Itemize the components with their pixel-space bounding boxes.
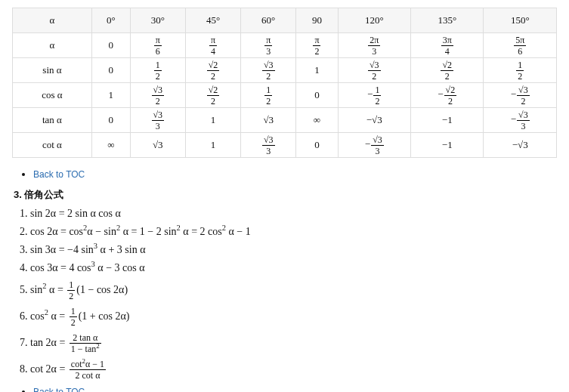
cell: 0 [91,58,130,83]
section-heading: 3. 倍角公式 [14,188,557,202]
list-item: Back to TOC [33,168,557,181]
cell: √3 [241,108,296,133]
col-header: 30° [130,8,185,33]
cell: π4 [185,33,240,58]
cell: 0 [91,108,130,133]
cell: 1 [296,58,338,83]
cell: 0 [91,33,130,58]
cell: 1 [91,83,130,108]
table-row: sin α 0 12 √22 √32 1 √32 √22 12 [13,58,557,83]
cell: 3π4 [411,33,484,58]
col-header: 150° [484,8,557,33]
cell: −√33 [484,108,557,133]
cell: −√3 [338,108,410,133]
cell: −√33 [338,133,410,158]
section-number: 3. [14,189,22,200]
formula-item: cos2 α = 12(1 + cos 2α) [30,307,557,327]
formula-item: sin2 α = 12(1 − cos 2α) [30,280,557,301]
cell: 1 [185,133,240,158]
cell: −1 [411,108,484,133]
cell: √22 [185,58,240,83]
cell: −√3 [484,133,557,158]
cell: 0 [296,133,338,158]
cell: ∞ [296,108,338,133]
cell: π2 [296,33,338,58]
col-header: 120° [338,8,410,33]
formula-item: cos 3α = 4 cos3 α − 3 cos α [30,262,557,274]
section-title: 倍角公式 [24,189,63,200]
col-header: 90 [296,8,338,33]
formula-list: sin 2α = 2 sin α cos α cos 2α = cos2α − … [30,208,557,380]
toc-list: Back to TOC [33,386,557,392]
formula-item: tan 2α = 2 tan α1 − tan2 [30,333,557,353]
col-header: α [13,8,92,33]
cell: √33 [241,133,296,158]
cell: ∞ [91,133,130,158]
cell: √32 [241,58,296,83]
trig-values-table: α 0° 30° 45° 60° 90 120° 135° 150° α 0 π… [12,8,557,158]
cell: 12 [130,58,185,83]
toc-list: Back to TOC [33,168,557,181]
cell: 12 [484,58,557,83]
cell: √3 [130,133,185,158]
row-label: cos α [13,83,92,108]
formula-item: sin 2α = 2 sin α cos α [30,208,557,220]
row-label: tan α [13,108,92,133]
cell: √33 [130,108,185,133]
cell: 2π3 [338,33,410,58]
table-row: α 0 π6 π4 π3 π2 2π3 3π4 5π6 [13,33,557,58]
table-header-row: α 0° 30° 45° 60° 90 120° 135° 150° [13,8,557,33]
formula-item: sin 3α = −4 sin3 α + 3 sin α [30,244,557,256]
cell: √22 [411,58,484,83]
cell: √32 [338,58,410,83]
cell: π3 [241,33,296,58]
cell: −√22 [411,83,484,108]
cell: 1 [185,108,240,133]
table-row: cos α 1 √32 √22 12 0 −12 −√22 −√32 [13,83,557,108]
cell: 5π6 [484,33,557,58]
row-label: cot α [13,133,92,158]
cell: √32 [130,83,185,108]
row-label: α [13,33,92,58]
cell: π6 [130,33,185,58]
cell: √22 [185,83,240,108]
col-header: 60° [241,8,296,33]
back-to-toc-link[interactable]: Back to TOC [33,387,85,392]
formula-item: cot 2α = cot2α − 12 cot α [30,360,557,380]
col-header: 0° [91,8,130,33]
col-header: 45° [185,8,240,33]
cell: 0 [296,83,338,108]
row-label: sin α [13,58,92,83]
cell: −12 [338,83,410,108]
cell: −1 [411,133,484,158]
back-to-toc-link[interactable]: Back to TOC [33,169,85,180]
cell: 12 [241,83,296,108]
cell: −√32 [484,83,557,108]
formula-item: cos 2α = cos2α − sin2 α = 1 − 2 sin2 α =… [30,226,557,238]
table-row: tan α 0 √33 1 √3 ∞ −√3 −1 −√33 [13,108,557,133]
col-header: 135° [411,8,484,33]
table-row: cot α ∞ √3 1 √33 0 −√33 −1 −√3 [13,133,557,158]
list-item: Back to TOC [33,386,557,392]
